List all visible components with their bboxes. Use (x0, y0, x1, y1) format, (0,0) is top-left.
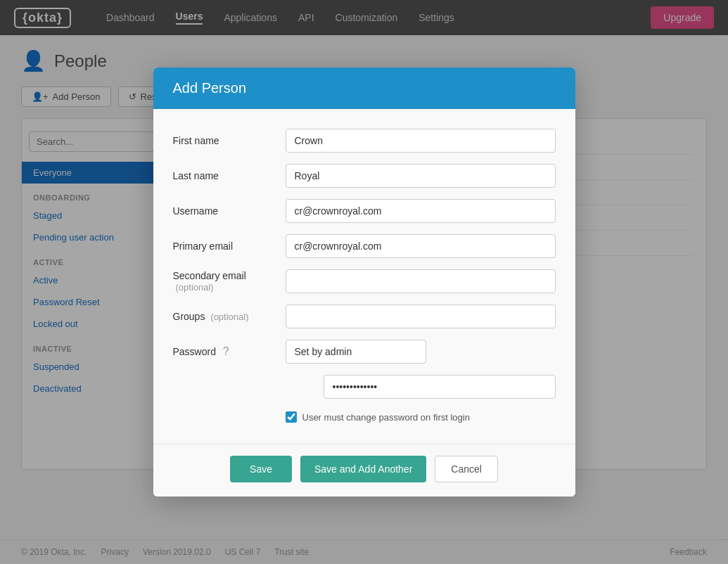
password-help-icon[interactable]: ? (223, 345, 229, 357)
password-select-wrapper: Set by admin Set by user (286, 340, 556, 364)
primary-email-label: Primary email (173, 241, 286, 252)
cancel-button[interactable]: Cancel (435, 456, 498, 482)
username-label: Username (173, 205, 286, 217)
modal-overlay: Add Person First name Last name Username… (0, 0, 728, 484)
add-person-modal: Add Person First name Last name Username… (153, 68, 575, 484)
groups-label: Groups (optional) (173, 311, 286, 322)
username-row: Username (173, 199, 556, 223)
secondary-email-input[interactable] (286, 269, 556, 293)
last-name-input[interactable] (286, 164, 556, 188)
first-name-label: First name (173, 135, 286, 146)
secondary-email-label: Secondary email (optional) (173, 270, 286, 293)
modal-title: Add Person (173, 80, 556, 96)
change-password-checkbox[interactable] (286, 411, 297, 423)
groups-row: Groups (optional) (173, 305, 556, 328)
secondary-email-row: Secondary email (optional) (173, 269, 556, 293)
password-row: Password ? Set by admin Set by user (173, 340, 556, 364)
password-label: Password ? (173, 345, 286, 358)
first-name-input[interactable] (286, 129, 556, 153)
password-type-select[interactable]: Set by admin Set by user (286, 340, 426, 364)
checkbox-row: User must change password on first login (173, 407, 556, 430)
modal-body: First name Last name Username Primary em… (153, 109, 575, 444)
groups-optional: (optional) (210, 312, 248, 322)
primary-email-input[interactable] (286, 234, 556, 258)
modal-header: Add Person (153, 68, 575, 109)
last-name-label: Last name (173, 170, 286, 181)
save-button[interactable]: Save (230, 456, 292, 482)
first-name-row: First name (173, 129, 556, 153)
groups-input[interactable] (286, 305, 556, 328)
primary-email-row: Primary email (173, 234, 556, 258)
password-input-row (173, 375, 556, 399)
secondary-email-optional: (optional) (176, 282, 214, 293)
password-input[interactable] (324, 375, 556, 399)
change-password-label: User must change password on first login (302, 412, 470, 423)
username-input[interactable] (286, 199, 556, 223)
last-name-row: Last name (173, 164, 556, 188)
save-and-add-button[interactable]: Save and Add Another (300, 456, 426, 482)
modal-footer: Save Save and Add Another Cancel (153, 444, 575, 484)
